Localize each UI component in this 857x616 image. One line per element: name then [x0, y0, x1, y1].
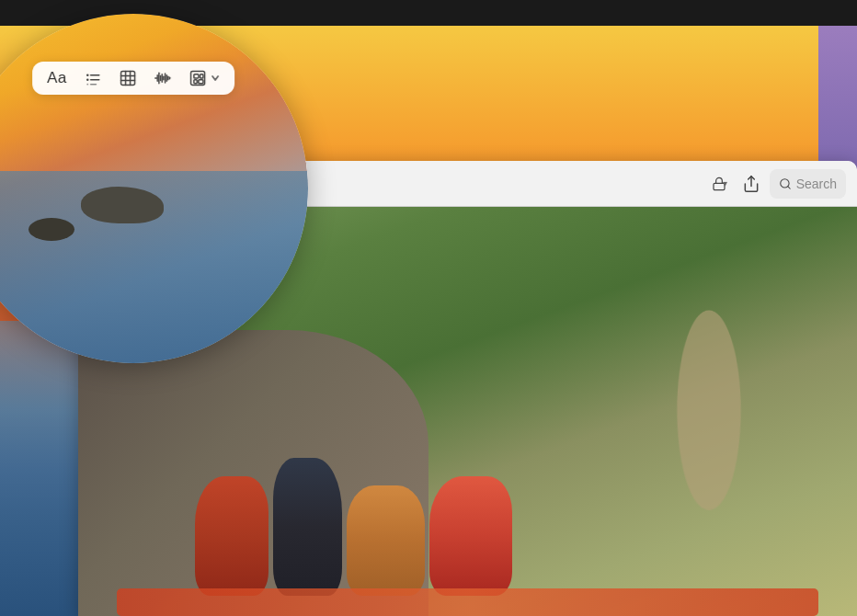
bullet-list-icon — [84, 69, 102, 87]
picnic-blanket — [117, 588, 817, 616]
font-label: Aa — [47, 69, 67, 87]
image-gallery-icon — [189, 69, 207, 87]
font-size-button[interactable]: Aa — [47, 69, 67, 87]
svg-rect-27 — [200, 74, 202, 78]
gallery-chevron-icon — [211, 74, 220, 83]
svg-rect-10 — [120, 72, 134, 86]
person-3 — [347, 485, 425, 596]
person-4 — [429, 476, 512, 596]
image-gallery-button[interactable] — [189, 69, 220, 87]
svg-line-3 — [787, 186, 790, 188]
toolbar-right-actions: ▾ Search — [706, 169, 846, 199]
svg-point-6 — [86, 78, 89, 81]
person-1 — [195, 476, 269, 596]
svg-rect-29 — [199, 80, 203, 84]
share-icon — [742, 175, 760, 193]
table-button[interactable] — [119, 69, 137, 87]
svg-point-4 — [86, 74, 89, 76]
svg-rect-28 — [194, 80, 197, 84]
share-button[interactable] — [738, 171, 764, 197]
search-bar[interactable]: Search — [770, 169, 846, 199]
search-text: Search — [796, 177, 837, 191]
audio-wave-button[interactable] — [154, 69, 172, 87]
person-2 — [273, 458, 342, 596]
floating-toolbar: Aa — [32, 62, 234, 95]
lock-chevron: ▾ — [723, 178, 727, 188]
table-icon — [119, 69, 137, 87]
people-group — [195, 330, 818, 596]
lock-button[interactable]: ▾ — [706, 173, 733, 195]
magnify-island-2 — [29, 218, 74, 241]
magnify-island-1 — [81, 187, 164, 223]
search-icon — [779, 177, 792, 190]
bullet-list-button[interactable] — [84, 69, 102, 87]
magnify-circle: Aa — [0, 14, 308, 363]
svg-rect-26 — [194, 74, 199, 78]
audio-wave-icon — [154, 69, 172, 87]
svg-point-8 — [86, 84, 88, 86]
